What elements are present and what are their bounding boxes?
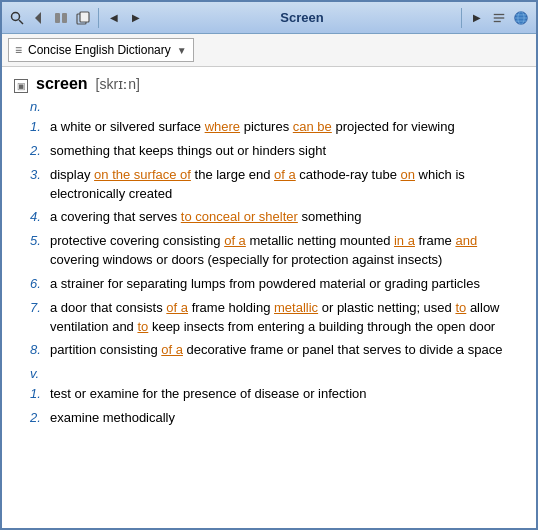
next-btn[interactable]: ▶ — [127, 9, 145, 27]
noun-definitions-list: 1. a white or silvered surface where pic… — [30, 118, 524, 360]
dictionary-name: Concise English Dictionary — [28, 43, 171, 57]
pos-noun: n. — [30, 99, 524, 114]
copy-icon[interactable] — [74, 9, 92, 27]
back-icon[interactable] — [30, 9, 48, 27]
svg-rect-6 — [80, 12, 89, 22]
nav-right-1[interactable]: ▶ — [468, 9, 486, 27]
svg-rect-4 — [62, 13, 67, 23]
content-area: ▣ screen [skrɪːn] n. 1. a white or silve… — [2, 67, 536, 528]
verb-definitions-list: 1. test or examine for the presence of d… — [30, 385, 524, 428]
entry-type-icon: ▣ — [14, 79, 28, 93]
list-item: 7. a door that consists of a frame holdi… — [30, 299, 524, 337]
search-icon[interactable] — [8, 9, 26, 27]
svg-marker-2 — [35, 12, 41, 24]
list-item: 8. partition consisting of a decorative … — [30, 341, 524, 360]
svg-point-0 — [12, 12, 20, 20]
pos-verb: v. — [30, 366, 524, 381]
svg-rect-3 — [55, 13, 60, 23]
globe-icon[interactable] — [512, 9, 530, 27]
svg-line-1 — [19, 20, 23, 24]
window-title: Screen — [149, 10, 455, 25]
list-item: 2. something that keeps things out or hi… — [30, 142, 524, 161]
prev-btn[interactable]: ◀ — [105, 9, 123, 27]
list-item: 6. a strainer for separating lumps from … — [30, 275, 524, 294]
list-item: 5. protective covering consisting of a m… — [30, 232, 524, 270]
nav-right-2[interactable] — [490, 9, 508, 27]
forward-icon[interactable] — [52, 9, 70, 27]
main-window: ◀ ▶ Screen ▶ ≡ Concise English Dicti — [0, 0, 538, 530]
separator-2 — [461, 8, 462, 28]
headword: screen — [36, 75, 88, 93]
dictionary-selector-bar: ≡ Concise English Dictionary ▼ — [2, 34, 536, 67]
list-item: 1. test or examine for the presence of d… — [30, 385, 524, 404]
dictionary-dropdown[interactable]: ≡ Concise English Dictionary ▼ — [8, 38, 194, 62]
titlebar: ◀ ▶ Screen ▶ — [2, 2, 536, 34]
list-item: 1. a white or silvered surface where pic… — [30, 118, 524, 137]
dropdown-arrow: ▼ — [177, 45, 187, 56]
list-item: 2. examine methodically — [30, 409, 524, 428]
list-item: 4. a covering that serves to conceal or … — [30, 208, 524, 227]
separator-1 — [98, 8, 99, 28]
dictionary-content[interactable]: ▣ screen [skrɪːn] n. 1. a white or silve… — [2, 67, 536, 528]
entry-header: ▣ screen [skrɪːn] — [14, 75, 524, 93]
list-item: 3. display on the surface of the large e… — [30, 166, 524, 204]
pronunciation: [skrɪːn] — [96, 76, 140, 92]
lines-icon: ≡ — [15, 43, 22, 57]
